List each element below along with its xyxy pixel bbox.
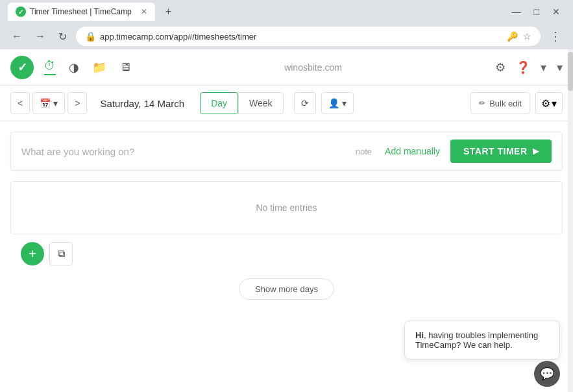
title-bar: Timer Timesheet | TimeCamp ✕ + — □ ✕: [0, 0, 573, 23]
tab-favicon: [16, 6, 26, 17]
scrollbar-thumb[interactable]: [568, 52, 573, 91]
active-tab[interactable]: Timer Timesheet | TimeCamp ✕: [8, 3, 155, 21]
view-toggle-group: Day Week: [200, 92, 283, 114]
calendar-icon: 📅: [40, 98, 51, 108]
play-icon: ▶: [533, 147, 539, 156]
back-button[interactable]: ←: [8, 28, 26, 45]
bulk-edit-label: Bulk edit: [489, 99, 522, 108]
computer-nav-icon[interactable]: 🖥: [119, 60, 131, 74]
scrollbar[interactable]: [568, 49, 573, 392]
chat-body: , having troubles implementing TimeCamp?…: [415, 330, 538, 350]
key-icon: 🔑: [507, 31, 518, 42]
chat-icon-button[interactable]: 💬: [534, 361, 560, 387]
help-nav-icon[interactable]: ❓: [516, 60, 530, 75]
settings-nav-icon[interactable]: ⚙: [495, 60, 506, 75]
toolbar-settings-button[interactable]: ⚙ ▾: [535, 92, 563, 114]
show-more-section: Show more days: [10, 278, 563, 300]
show-more-days-button[interactable]: Show more days: [239, 278, 334, 300]
chat-bubble-icon: 💬: [540, 367, 554, 381]
timer-row: What are you working on? note Add manual…: [10, 132, 563, 171]
calendar-button[interactable]: 📅 ▾: [32, 92, 65, 114]
minimize-button[interactable]: —: [507, 5, 526, 18]
prev-date-button[interactable]: <: [10, 92, 30, 114]
edit-icon: ✏: [479, 99, 485, 108]
expand-nav-icon[interactable]: ▾: [557, 60, 563, 75]
app-logo: ✓: [10, 56, 34, 79]
chat-bubble: Hi, having troubles implementing TimeCam…: [404, 321, 560, 360]
projects-nav-icon[interactable]: 📁: [92, 60, 106, 75]
reports-nav-icon[interactable]: ◑: [69, 60, 79, 75]
maximize-button[interactable]: □: [529, 5, 544, 18]
day-view-button[interactable]: Day: [200, 92, 238, 114]
add-entry-button[interactable]: +: [21, 242, 44, 265]
start-timer-button[interactable]: START TIMER ▶: [450, 140, 552, 163]
timer-nav-icon[interactable]: ⏱: [44, 59, 56, 75]
bottom-actions: + ⧉: [10, 234, 563, 273]
tab-title: Timer Timesheet | TimeCamp: [30, 7, 132, 16]
address-text: app.timecamp.com/app#/timesheets/timer: [100, 32, 503, 42]
gear-chevron-icon: ▾: [552, 97, 557, 110]
company-name: winosbite.com: [141, 62, 485, 73]
user-select-button[interactable]: 👤 ▾: [321, 92, 354, 114]
add-manually-button[interactable]: Add manually: [385, 146, 440, 156]
top-navigation: ✓ ⏱ ◑ 📁 🖥 winosbite.com ⚙ ❓ ▾ ▾: [0, 49, 573, 86]
browser-menu-button[interactable]: ⋮: [546, 27, 565, 46]
refresh-button[interactable]: ↻: [55, 28, 71, 45]
nav-right-group: ⚙ ❓ ▾ ▾: [495, 60, 563, 75]
refresh-icon: ⟳: [301, 98, 309, 108]
note-label: note: [356, 147, 372, 156]
next-date-button[interactable]: >: [67, 92, 87, 114]
week-view-button[interactable]: Week: [238, 92, 284, 114]
nav-icons-group: ⏱ ◑ 📁 🖥: [44, 59, 131, 75]
current-date: Saturday, 14 March: [100, 98, 184, 109]
chat-hi: Hi: [415, 330, 424, 340]
gear-icon: ⚙: [541, 97, 550, 110]
address-bar: ← → ↻ 🔒 app.timecamp.com/app#/timesheets…: [0, 23, 573, 49]
app-container: ✓ ⏱ ◑ 📁 🖥 winosbite.com ⚙ ❓ ▾ ▾ < 📅 ▾ > …: [0, 49, 573, 392]
copy-button[interactable]: ⧉: [49, 242, 73, 265]
user-icon: 👤: [328, 98, 339, 108]
calendar-chevron: ▾: [53, 98, 58, 108]
bulk-edit-button[interactable]: ✏ Bulk edit: [470, 92, 530, 114]
tab-close-icon[interactable]: ✕: [141, 7, 147, 16]
forward-button[interactable]: →: [31, 28, 49, 45]
address-input[interactable]: 🔒 app.timecamp.com/app#/timesheets/timer…: [76, 27, 541, 46]
user-chevron-icon: ▾: [342, 98, 347, 108]
toolbar: < 📅 ▾ > Saturday, 14 March Day Week ⟳ 👤 …: [0, 86, 573, 121]
refresh-button[interactable]: ⟳: [294, 92, 316, 114]
help-chevron-icon[interactable]: ▾: [541, 60, 546, 75]
empty-state-message: No time entries: [256, 202, 317, 213]
lock-icon: 🔒: [85, 31, 96, 42]
timer-placeholder[interactable]: What are you working on?: [21, 146, 356, 157]
star-icon[interactable]: ☆: [523, 31, 531, 42]
close-button[interactable]: ✕: [547, 5, 565, 18]
empty-state: No time entries: [10, 181, 563, 234]
date-nav-group: < 📅 ▾ >: [10, 92, 87, 114]
new-tab-button[interactable]: +: [160, 3, 177, 20]
start-timer-label: START TIMER: [463, 146, 528, 156]
